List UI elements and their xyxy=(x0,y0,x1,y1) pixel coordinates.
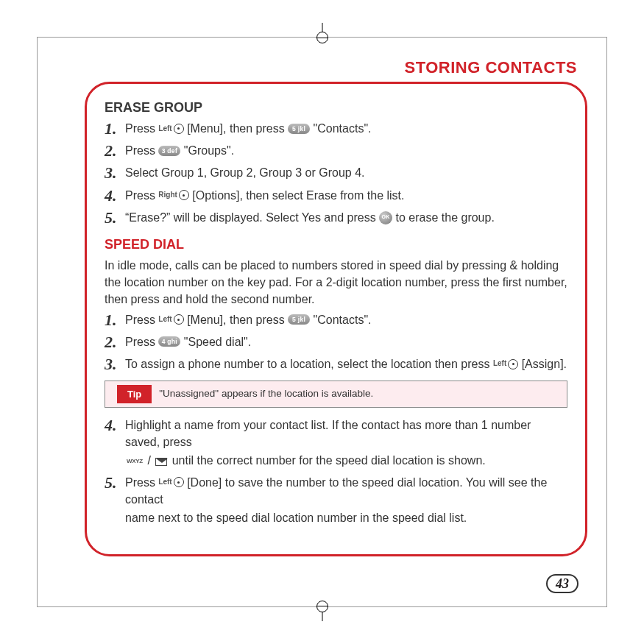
step: 5. Press Left [Done] to save the number … xyxy=(105,474,567,527)
text: [Done] to save the number to the speed d… xyxy=(125,476,547,506)
text: name next to the speed dial location num… xyxy=(125,509,567,526)
key-3-icon: 3 def xyxy=(158,146,180,156)
ok-key-icon: OK xyxy=(379,211,392,224)
content-panel: ERASE GROUP 1. Press Left [Menu], then p… xyxy=(85,82,587,556)
step: 1. Press Left [Menu], then press 5 jkl "… xyxy=(105,120,567,138)
mail-icon xyxy=(155,458,167,466)
step-number: 1. xyxy=(105,120,125,138)
speed-dial-steps-2: 4. Highlight a name from your contact li… xyxy=(105,417,567,526)
left-softkey-icon: Left xyxy=(158,124,183,135)
right-softkey-icon: Right xyxy=(158,190,189,201)
step: 5. “Erase?” will be displayed. Select Ye… xyxy=(105,209,567,227)
text: Select Group 1, Group 2, Group 3 or Grou… xyxy=(125,164,567,181)
text: Press xyxy=(125,122,158,135)
text: "Groups". xyxy=(184,144,234,157)
text: [Assign]. xyxy=(522,358,567,370)
text: to erase the group. xyxy=(396,211,495,224)
step: 4. Highlight a name from your contact li… xyxy=(105,417,567,470)
tip-text: "Unassigned" appears if the location is … xyxy=(152,381,567,407)
step: 2. Press 3 def "Groups". xyxy=(105,142,567,160)
speed-dial-heading: SPEED DIAL xyxy=(105,237,567,252)
left-softkey-icon: Left xyxy=(158,314,183,325)
key-5-icon: 5 jkl xyxy=(288,124,310,134)
step-number: 4. xyxy=(105,417,125,434)
key-5-icon: 5 jkl xyxy=(288,314,310,325)
text: "Speed dial". xyxy=(184,336,251,348)
text: "Contacts". xyxy=(314,122,372,135)
step-number: 5. xyxy=(105,209,125,227)
left-softkey-icon: Left xyxy=(493,358,518,369)
step: 3. Select Group 1, Group 2, Group 3 or G… xyxy=(105,164,567,182)
text: [Options], then select Erase from the li… xyxy=(192,189,404,202)
text: Press xyxy=(125,476,158,489)
step-number: 2. xyxy=(105,142,125,160)
text: until the correct number for the speed d… xyxy=(172,454,486,467)
page-title: STORING CONTACTS xyxy=(404,58,577,77)
text: Press xyxy=(125,144,158,157)
page-number: 43 xyxy=(546,574,578,593)
step-number: 4. xyxy=(105,187,125,205)
text: "Contacts". xyxy=(314,314,372,326)
step-number: 3. xyxy=(105,355,125,373)
speed-dial-intro: In idle mode, calls can be placed to num… xyxy=(105,257,567,308)
step: 2. Press 4 ghi "Speed dial". xyxy=(105,333,567,351)
page-frame: STORING CONTACTS ERASE GROUP 1. Press Le… xyxy=(37,37,607,607)
text: Press xyxy=(125,314,158,326)
text: Press xyxy=(125,189,158,202)
text: “Erase?” will be displayed. Select Yes a… xyxy=(125,211,379,224)
step-number: 5. xyxy=(105,474,125,492)
crop-mark-bottom-cross xyxy=(316,606,328,606)
text: Press xyxy=(125,336,158,348)
step-number: 2. xyxy=(105,333,125,351)
text: Highlight a name from your contact list.… xyxy=(125,419,531,448)
page-number-badge: 43 xyxy=(546,574,578,593)
text: [Menu], then press xyxy=(187,122,288,135)
tip-box: Tip "Unassigned" appears if the location… xyxy=(105,381,567,408)
tip-label: Tip xyxy=(117,385,152,403)
erase-group-steps: 1. Press Left [Menu], then press 5 jkl "… xyxy=(105,120,567,227)
speed-dial-steps: 1. Press Left [Menu], then press 5 jkl "… xyxy=(105,311,567,374)
key-4-icon: 4 ghi xyxy=(158,336,180,347)
step: 3. To assign a phone number to a locatio… xyxy=(105,355,567,373)
text: To assign a phone number to a location, … xyxy=(125,358,493,370)
step: 1. Press Left [Menu], then press 5 jkl "… xyxy=(105,311,567,329)
left-softkey-icon: Left xyxy=(158,477,183,488)
text: / xyxy=(147,454,154,467)
crop-mark-top-cross xyxy=(316,38,328,38)
nav-left-icon: WXYZ xyxy=(127,457,143,466)
step-number: 3. xyxy=(105,164,125,182)
step: 4. Press Right [Options], then select Er… xyxy=(105,187,567,205)
step-number: 1. xyxy=(105,311,125,329)
text: [Menu], then press xyxy=(187,314,288,326)
erase-group-heading: ERASE GROUP xyxy=(105,100,567,116)
crop-mark-bottom-circle xyxy=(316,601,328,612)
